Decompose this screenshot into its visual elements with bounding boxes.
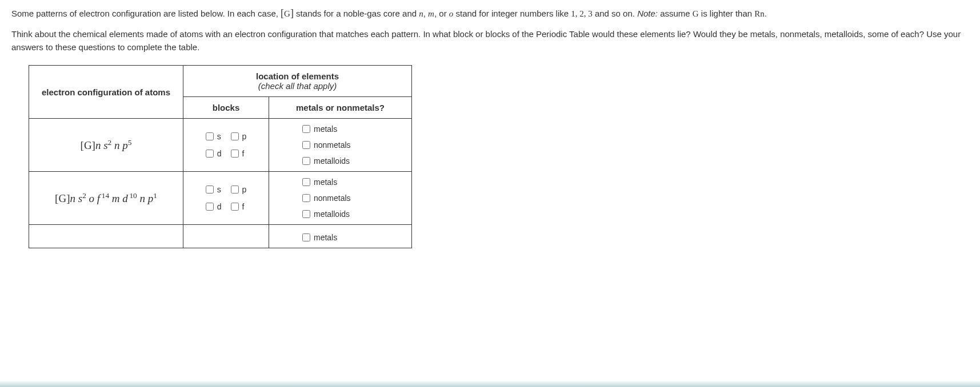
block-f-checkbox[interactable]: f <box>231 202 247 211</box>
header-location: location of elements (check all that app… <box>183 66 412 97</box>
metals-checkbox[interactable]: metals <box>302 124 337 134</box>
block-f-checkbox[interactable]: f <box>231 149 247 158</box>
nonmetals-checkbox[interactable]: nonmetals <box>302 140 351 150</box>
config-table: electron configuration of atoms location… <box>29 65 412 248</box>
metalloids-checkbox[interactable]: metalloids <box>302 156 350 166</box>
block-d-checkbox[interactable]: d <box>206 202 222 211</box>
intro-paragraph-1: Some patterns of electron configuration … <box>11 6 969 21</box>
header-electron-config: electron configuration of atoms <box>29 66 183 119</box>
header-metals-or-nonmetals: metals or nonmetals? <box>269 97 412 119</box>
formula-row-2: [G]n s2 o f 14 m d 10 n p1 <box>55 192 157 204</box>
nonmetals-checkbox[interactable]: nonmetals <box>302 194 351 203</box>
table-row: [G]n s2 n p5 s p d f metals nonmetals me… <box>29 119 412 172</box>
table-row: [G]n s2 o f 14 m d 10 n p1 s p d f metal… <box>29 172 412 225</box>
metals-checkbox[interactable]: metals <box>302 178 337 187</box>
block-p-checkbox[interactable]: p <box>231 132 247 141</box>
formula-row-1: [G]n s2 n p5 <box>81 139 132 151</box>
block-s-checkbox[interactable]: s <box>206 132 222 141</box>
header-blocks: blocks <box>183 97 269 119</box>
metals-checkbox[interactable]: metals <box>302 233 337 242</box>
block-s-checkbox[interactable]: s <box>206 185 222 194</box>
table-row: metals <box>29 225 412 248</box>
intro-paragraph-2: Think about the chemical elements made o… <box>11 28 969 54</box>
block-p-checkbox[interactable]: p <box>231 185 247 194</box>
metalloids-checkbox[interactable]: metalloids <box>302 209 350 219</box>
block-d-checkbox[interactable]: d <box>206 149 222 158</box>
